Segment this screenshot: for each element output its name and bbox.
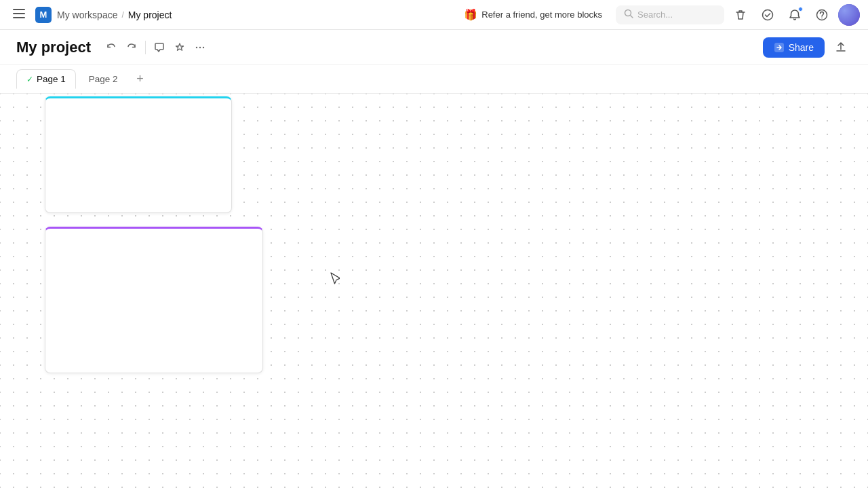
refer-label: Refer a friend, get more blocks [481,10,602,20]
more-options-button[interactable] [191,38,210,57]
search-icon [624,9,633,21]
tab-page1-label: Page 1 [37,74,66,84]
canvas-area[interactable] [0,94,868,490]
workspace-logo: M [35,7,52,23]
nav-right: 🎁 Refer a friend, get more blocks Search… [456,4,860,26]
toolbar-right: Share [763,37,852,58]
breadcrumb-project[interactable]: My project [128,10,172,20]
avatar[interactable] [838,4,860,26]
search-box[interactable]: Search... [616,5,724,24]
svg-point-9 [199,46,201,48]
hamburger-icon [13,9,25,21]
svg-point-10 [203,46,204,48]
tab-page2[interactable]: Page 2 [79,69,128,89]
breadcrumb-separator: / [121,10,123,20]
redo-button[interactable] [122,38,141,57]
check-circle-button[interactable] [757,4,778,26]
undo-button[interactable] [102,38,121,57]
svg-point-7 [821,17,823,18]
gift-icon: 🎁 [464,8,477,21]
canvas-card-2[interactable] [45,227,263,373]
tabs-bar: ✓ Page 1 Page 2 + [0,65,868,94]
comment-button[interactable] [150,38,169,57]
share-label: Share [789,42,814,53]
avatar-image [838,4,860,26]
tab-check-icon: ✓ [26,75,33,84]
tab-page1[interactable]: ✓ Page 1 [16,69,76,89]
menu-toggle-button[interactable] [8,4,30,26]
svg-rect-1 [13,13,25,14]
page-title: My project [16,39,91,56]
breadcrumb: My workspace / My project [57,10,172,20]
star-button[interactable] [170,38,189,57]
svg-line-4 [631,15,633,18]
add-tab-button[interactable]: + [131,70,150,89]
toolbar: My project [0,30,868,65]
toolbar-icons [102,38,210,57]
trash-button[interactable] [730,4,751,26]
notification-dot [798,7,803,12]
top-nav: M My workspace / My project 🎁 Refer a fr… [0,0,868,30]
notification-button[interactable] [784,4,806,26]
svg-rect-2 [13,17,25,18]
toolbar-divider [145,41,146,54]
nav-left: M My workspace / My project [8,4,172,26]
svg-rect-0 [13,9,25,10]
canvas-card-1[interactable] [45,96,232,213]
help-button[interactable] [811,4,833,26]
breadcrumb-workspace[interactable]: My workspace [57,10,117,20]
svg-point-5 [763,10,773,20]
toolbar-left: My project [16,38,210,57]
export-button[interactable] [830,37,852,58]
refer-friend-button[interactable]: 🎁 Refer a friend, get more blocks [456,4,610,25]
share-button[interactable]: Share [763,37,825,58]
search-placeholder: Search... [637,10,673,20]
plus-icon: + [136,72,144,86]
svg-point-8 [196,46,197,48]
tab-page2-label: Page 2 [89,74,118,84]
